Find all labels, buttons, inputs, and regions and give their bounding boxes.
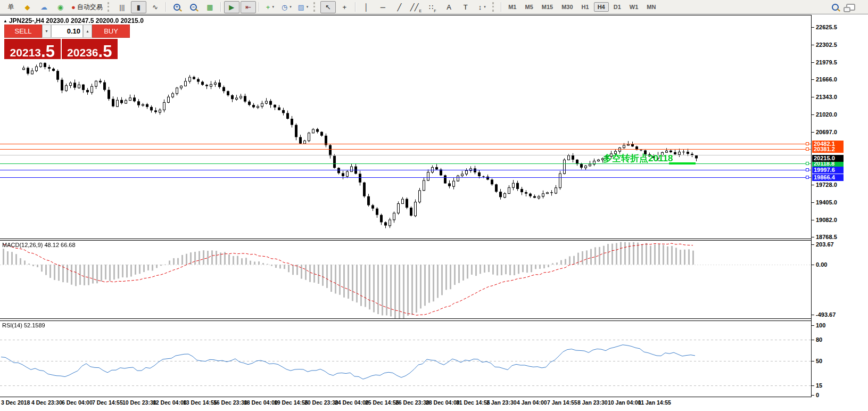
volume-increase-button[interactable]: ▴ — [83, 24, 92, 38]
toolbar-separator — [166, 2, 167, 12]
chart-title-text: JPN225-,H4 20230.0 20247.5 20200.0 20215… — [9, 17, 144, 24]
equidistant-channel-icon-glyph: ╱╱ — [410, 4, 419, 11]
price-tick-label: 21020.0 — [812, 111, 837, 118]
bars-chart-icon[interactable]: ||| — [114, 1, 130, 13]
time-axis-label: 28 Dec 04:00 — [426, 399, 460, 406]
horizontal-line-icon-glyph: ─ — [381, 4, 385, 11]
line-chart-icon-glyph: ∿ — [152, 4, 158, 11]
horizontal-line-icon[interactable]: ─ — [375, 1, 391, 13]
sell-button[interactable]: SELL — [4, 24, 42, 38]
signals-icon[interactable]: ◉ — [53, 1, 68, 13]
rsi-tick-label: 15 — [812, 382, 822, 389]
vertical-line-icon[interactable]: │ — [359, 1, 374, 13]
chart-menu-icon[interactable]: ▲ — [3, 19, 7, 23]
chart-shift-icon[interactable]: ⇤ — [241, 1, 256, 13]
timeframe-button-d1[interactable]: D1 — [610, 2, 625, 12]
timeframe-button-h4[interactable]: H4 — [594, 2, 609, 12]
time-axis-label: 8 Jan 23:30 — [577, 399, 608, 406]
time-axis-label: 4 Jan 04:00 — [517, 399, 547, 406]
time-axis-label: 13 Dec 14:55 — [183, 399, 217, 406]
time-axis-label: 12 Dec 04:00 — [153, 399, 187, 406]
buy-price-frac: .5 — [98, 45, 112, 58]
dropdown-caret-icon: ▾ — [272, 5, 274, 9]
rsi-tick-label: 80 — [812, 336, 822, 343]
price-chart-canvas[interactable] — [0, 15, 811, 239]
timeframe-button-h1[interactable]: H1 — [578, 2, 593, 12]
macd-panel: MACD(12,26,9) 48.12 66.68 — [0, 240, 811, 319]
buy-button[interactable]: BUY — [92, 24, 130, 38]
text-icon[interactable]: A — [441, 1, 457, 13]
timeframe-button-mn[interactable]: MN — [643, 2, 659, 12]
macd-label: MACD(12,26,9) 48.12 66.68 — [2, 242, 76, 248]
dropdown-caret-icon: ▾ — [307, 5, 309, 9]
equidistant-channel-icon[interactable]: ╱╱E — [408, 1, 424, 13]
toolbar-grip — [492, 2, 495, 12]
price-axis: 22625.522302.521979.521666.021343.021020… — [812, 15, 868, 397]
volume-decrease-button[interactable]: ▾ — [42, 24, 51, 38]
signals-icon-glyph: ◉ — [57, 4, 63, 11]
news-cloud-icon[interactable]: ☁ — [36, 1, 52, 13]
crosshair-icon-glyph: + — [343, 4, 347, 11]
toolbar-separator — [355, 2, 356, 12]
macd-tick-label: 203.67 — [812, 241, 834, 248]
zoom-out-icon[interactable]: − — [186, 1, 201, 13]
buy-price-box[interactable]: 20236 .5 — [62, 39, 118, 59]
arrows-icon-glyph: ↕ — [478, 4, 482, 11]
macd-canvas[interactable] — [0, 241, 811, 318]
timeframe-button-m30[interactable]: M30 — [558, 2, 576, 12]
zoom-in-icon[interactable]: + — [169, 1, 185, 13]
sell-price-main: 20213 — [10, 47, 41, 58]
trendline-icon[interactable]: ╱ — [392, 1, 407, 13]
cursor-icon[interactable]: ↖ — [320, 1, 336, 13]
trendline-icon-glyph: ╱ — [397, 4, 401, 11]
dropdown-caret-icon: ▾ — [484, 5, 486, 9]
price-level-label: 19866.4 — [812, 174, 844, 181]
gold-ingot-icon-glyph: ◆ — [25, 4, 30, 11]
rsi-canvas[interactable] — [0, 321, 811, 397]
timeframe-button-m1[interactable]: M1 — [505, 2, 520, 12]
timeframe-button-m5[interactable]: M5 — [521, 2, 536, 12]
price-tick-label: 18768.5 — [812, 234, 837, 241]
chart-shift-icon-glyph: ⇤ — [245, 4, 251, 11]
timeframe-button-m15[interactable]: M15 — [538, 2, 557, 12]
toolbar-right-icons — [832, 4, 865, 11]
add-indicator-icon[interactable]: +▾ — [262, 1, 278, 13]
autotrading-button-label: 自动交易 — [77, 3, 103, 12]
price-tick-label: 19082.0 — [812, 217, 837, 224]
search-icon[interactable] — [832, 4, 839, 11]
text-label-icon[interactable]: T — [458, 1, 473, 13]
time-axis-label: 7 Jan 14:55 — [547, 399, 577, 406]
candlestick-chart-icon[interactable]: ▮ — [131, 1, 146, 13]
line-chart-icon[interactable]: ∿ — [147, 1, 163, 13]
periods-clock-icon[interactable]: ◷▾ — [279, 1, 294, 13]
mt4-window: 单◆☁◉●自动交易|||▮∿+−▦▶⇤+▾◷▾▨▾↖+│─╱╱╱E∷FAT↕▾M… — [0, 0, 868, 411]
timeframe-button-w1[interactable]: W1 — [626, 2, 642, 12]
time-axis-label: 3 Dec 2018 — [1, 399, 30, 406]
dropdown-caret-icon: ▾ — [290, 5, 292, 9]
one-click-trading-panel: SELL ▾ ▴ BUY 20213 .5 20236 .5 — [4, 24, 118, 59]
volume-input[interactable] — [51, 24, 83, 38]
auto-scroll-icon[interactable]: ▶ — [224, 1, 239, 13]
vertical-line-icon-glyph: │ — [364, 4, 368, 11]
time-axis-label: 18 Dec 04:00 — [244, 399, 278, 406]
price-chart-panel: ▲JPN225-,H4 20230.0 20247.5 20200.0 2021… — [0, 15, 811, 239]
chat-icon[interactable] — [846, 4, 855, 11]
time-axis-label: 31 Dec 14:55 — [456, 399, 490, 406]
time-axis-label: 4 Dec 23:30 — [31, 399, 62, 406]
time-axis-label: 25 Dec 14:55 — [365, 399, 399, 406]
arrows-icon[interactable]: ↕▾ — [474, 1, 490, 13]
fibonacci-icon[interactable]: ∷F — [425, 1, 440, 13]
time-axis-label: 10 Dec 23:30 — [122, 399, 156, 406]
crosshair-icon[interactable]: + — [337, 1, 352, 13]
toolbar-grip — [313, 2, 317, 12]
gold-ingot-icon[interactable]: ◆ — [20, 1, 35, 13]
time-axis-label: 2 Jan 23:30 — [486, 399, 517, 406]
autotrading-button[interactable]: ●自动交易 — [69, 1, 105, 13]
new-order-button[interactable]: 单 — [3, 1, 19, 13]
zoom-out-icon: − — [190, 4, 197, 11]
templates-icon[interactable]: ▨▾ — [295, 1, 311, 13]
tile-windows-icon-glyph: ▦ — [206, 4, 213, 11]
sell-price-box[interactable]: 20213 .5 — [4, 39, 61, 59]
price-tick-label: 20697.0 — [812, 129, 837, 136]
tile-windows-icon[interactable]: ▦ — [202, 1, 218, 13]
